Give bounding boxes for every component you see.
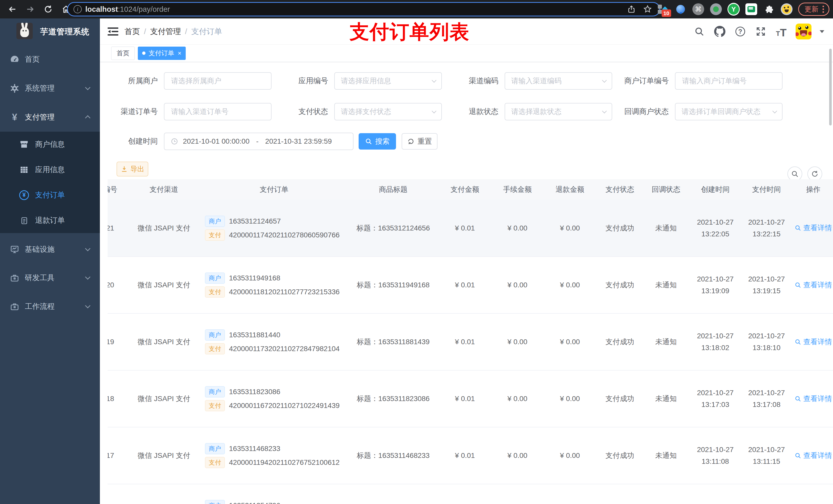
- browser-menu-icon[interactable]: [823, 6, 824, 13]
- sidebar-item-infrastructure[interactable]: 基础设施: [0, 235, 100, 264]
- help-icon[interactable]: ?: [734, 25, 746, 38]
- app-select[interactable]: 请选择应用信息: [334, 72, 442, 90]
- table-row: 商户1635311254796 支付 查看详情: [108, 484, 833, 504]
- order-id: 17: [108, 452, 114, 459]
- sidebar-item-app-info[interactable]: 应用信息: [0, 157, 100, 182]
- pay-status-select[interactable]: 请选择支付状态: [334, 103, 442, 120]
- sidebar-item-merchant-info[interactable]: 商户信息: [0, 131, 100, 157]
- search-icon: [794, 282, 801, 288]
- logo[interactable]: 芋道管理系统: [0, 19, 100, 45]
- github-icon[interactable]: [714, 25, 726, 38]
- pay-amount: ¥ 0.01: [455, 452, 475, 459]
- chevron-up-icon: [85, 115, 90, 121]
- chevron-down-icon: [772, 109, 777, 113]
- search-icon: [794, 395, 801, 402]
- breadcrumb-payment[interactable]: 支付管理: [150, 26, 181, 37]
- view-detail-link[interactable]: 查看详情: [794, 451, 832, 460]
- extension-command-icon[interactable]: ⌘: [692, 3, 705, 15]
- product-title: 标题：1635311468233: [357, 452, 430, 459]
- table-row: 19 微信 JSAPI 支付 商户1635311881440 支付4200001…: [108, 313, 833, 370]
- breadcrumb-home[interactable]: 首页: [124, 26, 140, 37]
- sidebar-item-refund-order[interactable]: 退款订单: [0, 208, 100, 233]
- view-detail-link[interactable]: 查看详情: [794, 280, 832, 290]
- col-notify: 回调状态: [643, 179, 689, 200]
- pay-status: 支付成功: [605, 452, 634, 459]
- reset-button[interactable]: 重置: [402, 133, 437, 149]
- avatar-caret-icon[interactable]: [820, 30, 824, 35]
- callback-status-select[interactable]: 请选择订单回调商户状态: [675, 103, 783, 120]
- profile-avatar-icon[interactable]: [781, 3, 793, 15]
- yen-icon: ¥: [9, 112, 20, 122]
- briefcase-icon: [9, 273, 20, 283]
- search-icon: [794, 452, 801, 459]
- extension-balloon-icon[interactable]: [674, 3, 687, 15]
- search-icon[interactable]: [693, 25, 706, 38]
- table-row: 21 微信 JSAPI 支付 商户1635312124657 支付4200001…: [108, 200, 833, 257]
- extensions-puzzle-icon[interactable]: [763, 3, 775, 15]
- date-range-input[interactable]: 2021-10-01 00:00:00 - 2021-10-31 23:59:5…: [164, 133, 354, 150]
- sidebar-item-system[interactable]: 系统管理: [0, 74, 100, 103]
- fullscreen-icon[interactable]: [755, 25, 767, 38]
- channel-code-select[interactable]: 请输入渠道编码: [505, 72, 612, 90]
- col-actions: 操作: [791, 179, 833, 200]
- refund-status-select[interactable]: 请选择退款状态: [505, 103, 612, 120]
- top-navbar: 首页 / 支付管理 / 支付订单 支付订单列表 ? TT: [100, 19, 833, 45]
- tag-pay-order[interactable]: 支付订单 ×: [138, 47, 186, 60]
- extension-tabs-icon[interactable]: 10: [657, 3, 669, 15]
- extension-chat-icon[interactable]: [745, 3, 757, 15]
- sidebar-item-payment[interactable]: ¥ 支付管理: [0, 103, 100, 131]
- info-icon[interactable]: i: [73, 5, 82, 13]
- update-label: 更新: [805, 5, 818, 14]
- view-detail-link[interactable]: 查看详情: [794, 337, 832, 347]
- merchant-tag: 商户: [205, 329, 225, 341]
- collapse-menu-icon[interactable]: [108, 27, 118, 36]
- merchant-tag: 商户: [205, 216, 225, 227]
- sidebar-item-pay-order[interactable]: ¥ 支付订单: [0, 182, 100, 208]
- table-header-row: 编号 支付渠道 支付订单 商品标题 支付金额 手续金额 退款金额 支付状态 回调…: [108, 179, 833, 200]
- payment-submenu: 商户信息 应用信息 ¥ 支付订单 退款订单: [0, 131, 100, 233]
- extension-y-icon[interactable]: Y: [728, 3, 740, 15]
- sidebar-item-workflow[interactable]: 工作流程: [0, 292, 100, 321]
- annotation-title: 支付订单列表: [350, 19, 470, 45]
- merchant-order-no: 1635312124657: [229, 217, 281, 225]
- callback-status: 未通知: [655, 394, 677, 403]
- search-button[interactable]: 搜索: [359, 133, 396, 149]
- sidebar-item-home[interactable]: 首页: [0, 45, 100, 74]
- update-button[interactable]: 更新: [798, 3, 829, 16]
- reload-icon[interactable]: [43, 4, 54, 15]
- view-detail-link[interactable]: 查看详情: [794, 394, 832, 404]
- chevron-down-icon: [85, 274, 90, 280]
- product-title: 标题：1635311823086: [357, 394, 430, 403]
- merchant-order-no-input[interactable]: [675, 72, 783, 90]
- url-bar[interactable]: i localhost:1024/pay/order: [67, 2, 660, 16]
- pay-order-no: 4200001173202110272847982104: [229, 345, 340, 353]
- extension-record-icon[interactable]: [710, 3, 722, 15]
- refund-amount: ¥ 0.00: [560, 394, 580, 403]
- sidebar-item-dev-tools[interactable]: 研发工具: [0, 263, 100, 292]
- bookmark-star-icon[interactable]: [643, 5, 652, 14]
- breadcrumb-current: 支付订单: [191, 26, 222, 37]
- merchant-input[interactable]: [164, 72, 271, 90]
- view-detail-link[interactable]: 查看详情: [794, 223, 832, 233]
- channel-order-no-input[interactable]: [164, 103, 271, 120]
- refund-amount: ¥ 0.00: [560, 281, 580, 289]
- browser-toolbar: i localhost:1024/pay/order 10 ⌘ Y 更新: [0, 0, 833, 19]
- product-title: 标题：1635312124656: [357, 224, 430, 232]
- back-icon[interactable]: [7, 4, 18, 15]
- font-size-icon[interactable]: TT: [775, 25, 787, 38]
- pay-amount: ¥ 0.01: [455, 338, 475, 346]
- tag-home[interactable]: 首页: [111, 47, 135, 60]
- callback-status: 未通知: [655, 224, 677, 232]
- product-title: 标题：1635311881439: [357, 338, 430, 346]
- forward-icon[interactable]: [25, 4, 36, 15]
- user-avatar[interactable]: [795, 24, 811, 40]
- pay-channel: 微信 JSAPI 支付: [138, 224, 190, 232]
- chevron-down-icon: [85, 246, 90, 251]
- refund-amount: ¥ 0.00: [560, 224, 580, 232]
- scrollbar-thumb[interactable]: [829, 49, 832, 125]
- filter-channel-order-no: 渠道订单号: [108, 103, 271, 120]
- refund-amount: ¥ 0.00: [560, 338, 580, 346]
- export-button[interactable]: 导出: [117, 162, 148, 176]
- tag-close-icon[interactable]: ×: [178, 50, 181, 57]
- share-icon[interactable]: [627, 5, 636, 14]
